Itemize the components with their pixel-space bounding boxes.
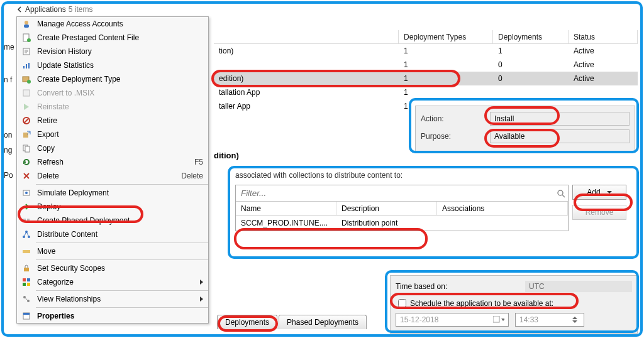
column-deployments[interactable]: Deployments [493,30,569,44]
svg-line-12 [24,118,29,123]
menu-create-prestaged-content-file[interactable]: Create Prestaged Content File [17,31,208,45]
menu-retire[interactable]: Retire [17,114,208,128]
column-name[interactable] [214,30,399,44]
purpose-label: Purpose: [421,132,490,141]
sidebar-fragment: on [4,131,12,139]
export-icon [21,129,32,139]
svg-rect-25 [23,250,26,253]
schedule-panel: Time based on: UTC Schedule the applicat… [390,275,638,334]
menu-copy[interactable]: Copy [17,141,208,155]
filter-row [236,185,568,202]
table-row[interactable]: 10Active [214,58,638,72]
breadcrumb-count: 5 items [69,5,93,14]
menu-export[interactable]: Export [17,128,208,141]
column-description[interactable]: Description [336,202,437,215]
menu-categorize[interactable]: Categorize [17,275,208,289]
tab-label: Phased Deployments [287,318,358,327]
grid-header: Deployment Types Deployments Status [214,30,638,44]
action-purpose-panel: Action: Install Purpose: Available [415,106,635,152]
list-item[interactable]: SCCM_PROD.INTUNE.... Distribution point [236,215,568,231]
svg-rect-1 [24,25,29,28]
lock-icon [21,263,32,273]
schedule-available-label: Schedule the application to be available… [410,299,553,308]
sidebar-fragment: me [4,43,14,52]
menu-set-security-scopes[interactable]: Set Security Scopes [17,261,208,275]
distribute-list: Name Description Associations SCCM_PROD.… [235,185,569,231]
menu-shortcut: Delete [181,172,203,180]
package-new-icon [21,74,32,84]
filter-input[interactable] [236,186,554,201]
svg-rect-10 [23,90,30,96]
date-picker[interactable]: 15-12-2018 [396,313,509,327]
context-menu: Manage Access Accounts Create Prestaged … [16,16,209,324]
time-based-value: UTC [525,281,632,292]
breadcrumb: Applications 5 items [16,4,92,15]
search-icon[interactable] [554,187,568,200]
table-row[interactable]: edition)10Active [214,72,638,85]
menu-create-phased-deployment[interactable]: Create Phased Deployment [17,214,208,227]
menu-convert-to-msix[interactable]: Convert to .MSIX [17,86,208,100]
svg-rect-30 [23,283,26,286]
column-status[interactable]: Status [569,30,638,44]
distribute-icon [21,229,32,239]
menu-distribute-content[interactable]: Distribute Content [17,227,208,241]
schedule-available-checkbox[interactable] [398,299,406,307]
action-value: Install [490,112,630,126]
time-value: 14:33 [519,315,538,324]
remove-button[interactable]: Remove [572,205,626,220]
retire-icon [21,116,32,126]
menu-properties[interactable]: Properties [17,309,208,323]
svg-rect-39 [493,316,499,322]
column-deployment-types[interactable]: Deployment Types [399,30,493,44]
tab-deployments[interactable]: Deployments [217,315,277,329]
menu-create-deployment-type[interactable]: Create Deployment Type [17,72,208,86]
svg-rect-31 [27,283,30,286]
menu-revision-history[interactable]: Revision History [17,45,208,58]
tab-phased-deployments[interactable]: Phased Deployments [279,315,367,329]
table-row[interactable]: tallation App1 [214,85,638,99]
play-icon [21,102,32,112]
properties-icon [21,311,32,321]
table-row[interactable]: tion)11Active [214,44,638,58]
chevron-right-icon [200,297,203,302]
menu-update-statistics[interactable]: Update Statistics [17,58,208,72]
grid-body: tion)11Active 10Active edition)10Active … [214,44,638,113]
distribute-panel: associated with collections to distribut… [235,171,638,231]
accounts-icon [21,19,32,29]
svg-point-3 [27,38,31,42]
menu-refresh[interactable]: RefreshF5 [17,155,208,169]
menu-view-relationships[interactable]: View Relationships [17,292,208,306]
menu-simulate-deployment[interactable]: Simulate Deployment [17,186,208,200]
chevron-right-icon [200,280,203,285]
simulate-icon [21,188,32,198]
time-spinner[interactable] [572,317,580,323]
sidebar-fragment: n f [4,75,12,84]
menu-reinstate[interactable]: Reinstate [17,100,208,114]
svg-line-38 [562,195,565,197]
svg-rect-5 [23,66,25,68]
breadcrumb-title: Applications [25,5,66,14]
menu-move[interactable]: Move [17,244,208,258]
menu-separator [36,184,208,185]
svg-rect-21 [27,219,30,222]
svg-rect-15 [25,146,30,152]
move-icon [21,246,32,256]
distribute-caption: associated with collections to distribut… [235,171,638,180]
menu-deploy[interactable]: Deploy [17,200,208,214]
menu-separator [36,307,208,308]
time-picker[interactable]: 14:33 [515,313,584,327]
add-button[interactable]: Add [572,185,626,200]
time-based-label: Time based on: [396,282,525,291]
menu-separator [36,243,208,243]
svg-rect-27 [24,268,29,271]
column-associations[interactable]: Associations [437,202,568,215]
copy-icon [21,143,32,153]
detail-tabs: Deployments Phased Deployments [217,315,368,329]
distribute-header: Name Description Associations [236,202,568,215]
column-name[interactable]: Name [236,202,336,215]
calendar-dropdown-icon [493,316,504,324]
svg-rect-13 [23,133,28,138]
svg-rect-26 [26,250,30,253]
menu-manage-access-accounts[interactable]: Manage Access Accounts [17,17,208,31]
menu-delete[interactable]: DeleteDelete [17,169,208,183]
